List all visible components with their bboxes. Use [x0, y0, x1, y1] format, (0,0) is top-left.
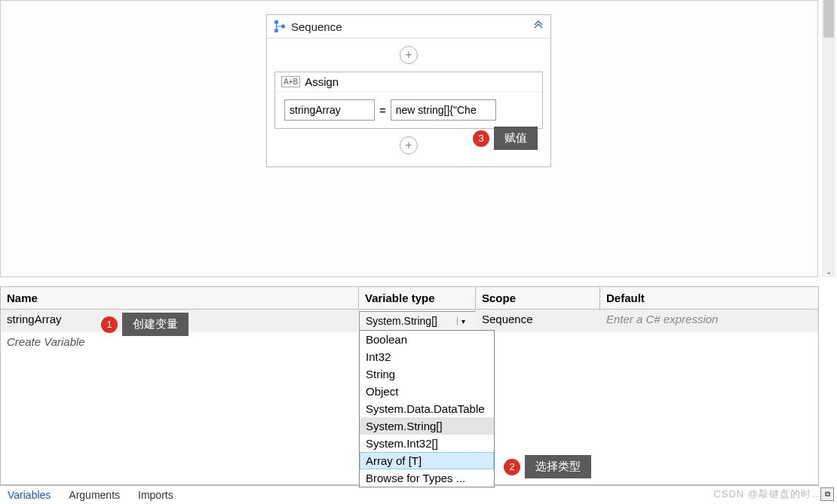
- add-activity-bottom[interactable]: +: [400, 136, 418, 154]
- tab-imports[interactable]: Imports: [138, 489, 173, 501]
- tab-arguments[interactable]: Arguments: [69, 489, 120, 501]
- dropdown-item[interactable]: System.Int32[]: [360, 435, 494, 452]
- collapse-icon[interactable]: [532, 20, 544, 32]
- svg-rect-0: [274, 20, 278, 24]
- dropdown-item[interactable]: Int32: [360, 348, 494, 365]
- sequence-header[interactable]: Sequence: [267, 15, 550, 38]
- callout-2-label: 选择类型: [525, 455, 591, 478]
- dropdown-item[interactable]: Object: [360, 383, 494, 400]
- restore-window-icon[interactable]: ⧉: [820, 487, 834, 501]
- add-activity-top[interactable]: +: [400, 46, 418, 64]
- variable-type-combobox[interactable]: System.String[] ▾: [359, 311, 476, 331]
- dropdown-item[interactable]: System.String[]: [360, 417, 494, 435]
- callout-2-num: 2: [504, 459, 520, 475]
- assign-activity[interactable]: A+B Assign =: [274, 72, 543, 129]
- scroll-thumb[interactable]: [823, 0, 834, 38]
- callout-3: 3 赋值: [473, 127, 538, 150]
- type-combo-value: System.String[]: [366, 315, 457, 327]
- var-scope-cell[interactable]: Sequence: [476, 310, 600, 332]
- callout-3-label: 赋值: [494, 127, 538, 150]
- var-default-cell[interactable]: Enter a C# expression: [600, 310, 818, 332]
- assign-icon: A+B: [281, 76, 300, 87]
- assign-value-input[interactable]: [391, 99, 496, 121]
- assign-title: Assign: [305, 75, 339, 88]
- col-header-type[interactable]: Variable type: [359, 287, 476, 309]
- callout-1: 1 创建变量: [101, 313, 189, 336]
- variable-type-dropdown[interactable]: BooleanInt32StringObjectSystem.Data.Data…: [359, 330, 495, 487]
- callout-3-num: 3: [473, 130, 489, 147]
- var-type-cell[interactable]: System.String[] ▾: [359, 310, 476, 332]
- scroll-down-icon[interactable]: ⌄: [823, 267, 834, 276]
- sequence-icon: [273, 20, 287, 33]
- col-header-name[interactable]: Name: [1, 287, 359, 309]
- assign-header[interactable]: A+B Assign: [275, 72, 542, 92]
- assign-to-input[interactable]: [284, 99, 375, 121]
- designer-canvas[interactable]: Sequence + A+B Assign = +: [0, 0, 818, 277]
- equals-sign: =: [379, 104, 386, 117]
- watermark: CSDN @敲键盘的时…: [713, 487, 822, 501]
- callout-1-num: 1: [101, 316, 118, 333]
- dropdown-item[interactable]: String: [360, 365, 494, 383]
- bottom-tabs: Variables Arguments Imports: [0, 485, 819, 503]
- col-header-scope[interactable]: Scope: [476, 287, 600, 309]
- dropdown-item[interactable]: Boolean: [360, 331, 494, 348]
- vertical-scrollbar[interactable]: ⌄: [822, 0, 835, 277]
- col-header-default[interactable]: Default: [600, 287, 818, 309]
- svg-rect-1: [274, 29, 278, 32]
- sequence-title: Sequence: [291, 20, 532, 33]
- svg-rect-2: [281, 25, 285, 29]
- dropdown-item[interactable]: System.Data.DataTable: [360, 400, 494, 417]
- callout-2: 2 选择类型: [504, 455, 591, 478]
- tab-variables[interactable]: Variables: [8, 489, 51, 501]
- callout-1-label: 创建变量: [122, 313, 189, 336]
- chevron-down-icon[interactable]: ▾: [457, 317, 469, 325]
- dropdown-item[interactable]: Array of [T]: [360, 452, 494, 469]
- dropdown-item[interactable]: Browse for Types ...: [360, 469, 494, 487]
- variables-header-row: Name Variable type Scope Default: [1, 287, 818, 310]
- assign-body: =: [275, 92, 542, 128]
